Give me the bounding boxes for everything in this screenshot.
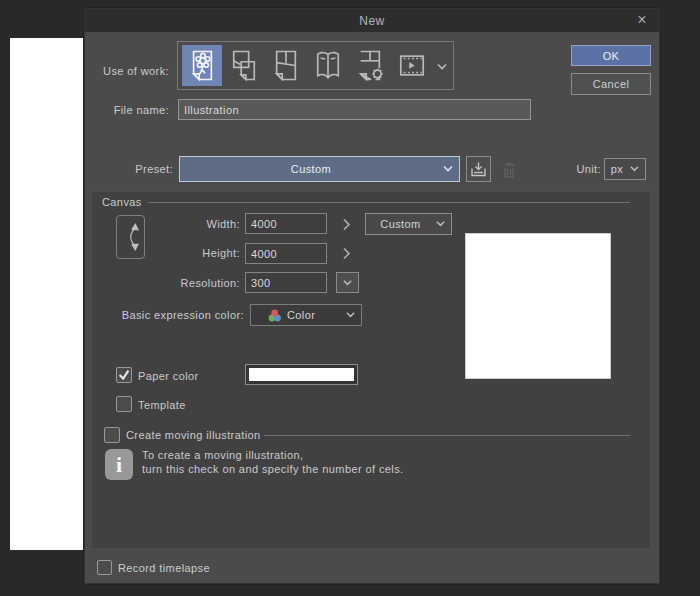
resolution-dropdown-button[interactable] (336, 272, 359, 293)
use-of-work-comic-page[interactable] (266, 45, 306, 86)
chevron-down-icon (345, 311, 356, 319)
delete-preset-button[interactable] (498, 159, 519, 180)
unit-label: Unit: (553, 162, 601, 176)
unit-select[interactable]: px (604, 158, 646, 180)
dialog-titlebar[interactable]: New × (85, 9, 659, 32)
moving-illustration-checkbox[interactable] (104, 427, 120, 443)
file-name-label: File name: (97, 103, 169, 117)
use-of-work-more-chevron-icon[interactable] (436, 63, 448, 71)
chevron-down-icon (342, 279, 353, 287)
moving-illustration-info-line2: turn this check on and specify the numbe… (142, 462, 404, 476)
moving-illustration-rule (264, 435, 630, 436)
use-of-work-label: Use of work: (97, 64, 169, 78)
book-icon (314, 49, 342, 82)
preset-value: Custom (180, 163, 442, 175)
canvas-preview (465, 233, 611, 379)
width-input[interactable] (245, 213, 327, 234)
comic-icon (230, 49, 258, 82)
record-timelapse-checkbox[interactable] (97, 560, 112, 575)
background-canvas (10, 38, 83, 550)
height-input[interactable] (245, 243, 327, 264)
resolution-label: Resolution: (92, 276, 240, 290)
new-document-dialog: New × Use of work: (84, 8, 660, 584)
canvas-group-label: Canvas (102, 195, 142, 209)
paper-color-label: Paper color (138, 369, 199, 383)
template-label: Template (138, 398, 186, 412)
use-of-work-toolbar (177, 41, 454, 90)
trash-icon (501, 161, 517, 179)
ok-button[interactable]: OK (571, 45, 651, 66)
save-preset-icon (470, 161, 487, 178)
use-of-work-book-binding[interactable] (308, 45, 348, 86)
width-apply-chevron-icon[interactable] (342, 218, 351, 231)
template-checkbox[interactable] (116, 396, 132, 412)
cancel-button[interactable]: Cancel (571, 73, 651, 95)
save-preset-button[interactable] (466, 156, 491, 182)
size-preset-value: Custom (366, 218, 435, 230)
paper-color-swatch[interactable] (245, 364, 358, 385)
canvas-group-rule (148, 202, 630, 203)
chevron-down-icon (442, 165, 454, 173)
preset-select[interactable]: Custom (179, 156, 460, 182)
dialog-title: New (359, 14, 385, 28)
moving-illustration-info-line1: To create a moving illustration, (142, 448, 303, 462)
resolution-input[interactable] (245, 272, 327, 293)
expression-color-select[interactable]: Color (250, 304, 362, 326)
use-of-work-comic[interactable] (224, 45, 264, 86)
comic-settings-icon (356, 49, 384, 82)
close-icon[interactable]: × (633, 10, 651, 30)
expression-color-label: Basic expression color: (94, 308, 244, 322)
canvas-group: Canvas Width: Custom Height: Resolution: (91, 191, 651, 549)
moving-illustration-label: Create moving illustration (126, 428, 261, 442)
use-of-work-animation[interactable] (392, 45, 432, 86)
illustration-icon (188, 49, 216, 82)
checkmark-icon (117, 368, 131, 382)
record-timelapse-label: Record timelapse (118, 561, 210, 575)
use-of-work-comic-all-settings[interactable] (350, 45, 390, 86)
chevron-down-icon (435, 220, 446, 228)
height-label: Height: (92, 246, 240, 260)
comic-page-icon (272, 49, 300, 82)
expression-color-value: Color (287, 309, 345, 321)
preset-label: Preset: (101, 162, 173, 176)
animation-icon (398, 49, 426, 82)
paper-color-value (249, 368, 354, 381)
rgb-color-icon (267, 309, 282, 322)
size-preset-select[interactable]: Custom (365, 213, 452, 235)
unit-value: px (605, 163, 629, 175)
chevron-down-icon (629, 165, 640, 173)
paper-color-checkbox[interactable] (116, 367, 132, 383)
height-apply-chevron-icon[interactable] (342, 247, 351, 260)
file-name-input[interactable] (178, 99, 531, 120)
info-icon: i (105, 449, 133, 480)
width-label: Width: (92, 217, 240, 231)
use-of-work-illustration[interactable] (182, 45, 222, 86)
